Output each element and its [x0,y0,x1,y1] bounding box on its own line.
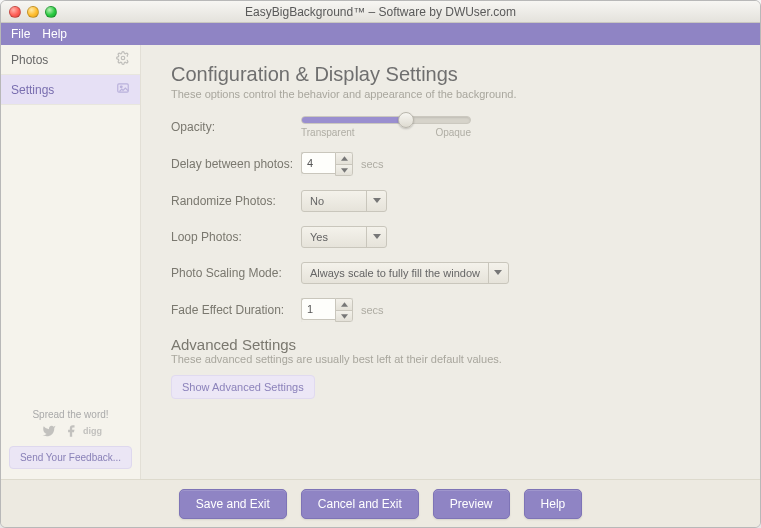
svg-point-2 [120,86,122,88]
save-exit-button[interactable]: Save and Exit [179,489,287,519]
page-subheading: These options control the behavior and a… [171,88,730,100]
scaling-value: Always scale to fully fill the window [302,267,488,279]
loop-row: Loop Photos: Yes [171,226,730,248]
scaling-row: Photo Scaling Mode: Always scale to full… [171,262,730,284]
randomize-row: Randomize Photos: No [171,190,730,212]
delay-row: Delay between photos: secs [171,152,730,176]
slider-thumb[interactable] [398,112,414,128]
opacity-max-label: Opaque [435,127,471,138]
menu-help[interactable]: Help [42,27,67,41]
opacity-min-label: Transparent [301,127,355,138]
menu-file[interactable]: File [11,27,30,41]
randomize-select[interactable]: No [301,190,387,212]
loop-value: Yes [302,231,366,243]
body: Photos Settings Spread the word! [1,45,760,479]
fade-unit: secs [361,304,384,316]
fade-step-up[interactable] [336,299,352,310]
show-advanced-button[interactable]: Show Advanced Settings [171,375,315,399]
scaling-select[interactable]: Always scale to fully fill the window [301,262,509,284]
cancel-exit-button[interactable]: Cancel and Exit [301,489,419,519]
window-controls [9,6,57,18]
minimize-icon[interactable] [27,6,39,18]
fade-input[interactable] [301,298,335,320]
menubar: File Help [1,23,760,45]
sidebar-item-label: Settings [11,83,54,97]
fade-step-down[interactable] [336,310,352,321]
sidebar-item-label: Photos [11,53,48,67]
loop-label: Loop Photos: [171,230,301,244]
sidebar: Photos Settings Spread the word! [1,45,141,479]
preview-button[interactable]: Preview [433,489,510,519]
chevron-down-icon [366,227,386,247]
delay-step-up[interactable] [336,153,352,164]
delay-step-down[interactable] [336,164,352,175]
titlebar: EasyBigBackground™ – Software by DWUser.… [1,1,760,23]
randomize-label: Randomize Photos: [171,194,301,208]
close-icon[interactable] [9,6,21,18]
digg-icon[interactable]: digg [86,424,100,438]
fade-row: Fade Effect Duration: secs [171,298,730,322]
twitter-icon[interactable] [42,424,56,438]
spread-word-label: Spread the word! [1,409,140,420]
delay-field[interactable] [301,152,353,176]
loop-select[interactable]: Yes [301,226,387,248]
footer: Save and Exit Cancel and Exit Preview He… [1,479,760,527]
delay-unit: secs [361,158,384,170]
opacity-label: Opacity: [171,120,301,134]
main-content: Configuration & Display Settings These o… [141,45,760,479]
window-title: EasyBigBackground™ – Software by DWUser.… [1,5,760,19]
zoom-icon[interactable] [45,6,57,18]
delay-input[interactable] [301,152,335,174]
facebook-icon[interactable] [64,424,78,438]
help-button[interactable]: Help [524,489,583,519]
chevron-down-icon [488,263,508,283]
opacity-slider[interactable] [301,116,471,124]
svg-point-0 [121,56,125,60]
sidebar-item-settings[interactable]: Settings [1,75,140,105]
opacity-row: Opacity: Transparent Opaque [171,116,730,138]
sidebar-item-photos[interactable]: Photos [1,45,140,75]
advanced-heading: Advanced Settings [171,336,730,353]
scaling-label: Photo Scaling Mode: [171,266,301,280]
fade-label: Fade Effect Duration: [171,303,301,317]
image-icon [116,81,130,98]
fade-field[interactable] [301,298,353,322]
send-feedback-button[interactable]: Send Your Feedback... [9,446,132,469]
chevron-down-icon [366,191,386,211]
page-heading: Configuration & Display Settings [171,63,730,86]
social-icons: digg [1,424,140,438]
delay-label: Delay between photos: [171,157,301,171]
randomize-value: No [302,195,366,207]
gear-icon [116,51,130,68]
advanced-subheading: These advanced settings are usually best… [171,353,730,365]
app-window: EasyBigBackground™ – Software by DWUser.… [0,0,761,528]
